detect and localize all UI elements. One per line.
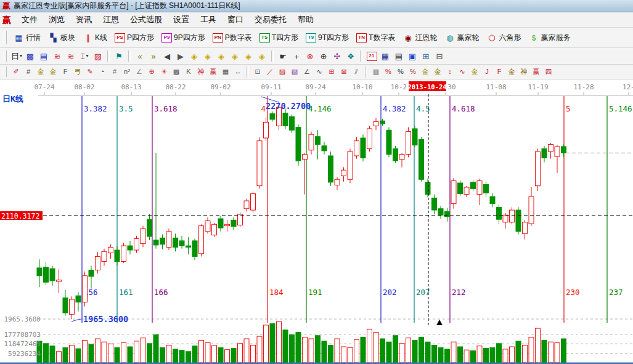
export-data-icon[interactable]: ⊞: [420, 50, 432, 62]
volume-bar[interactable]: [290, 335, 295, 363]
tick-grid-icon[interactable]: #: [23, 67, 34, 78]
percent-icon[interactable]: %: [395, 67, 406, 78]
candle[interactable]: [115, 250, 120, 262]
candle[interactable]: [329, 156, 333, 182]
candle[interactable]: [225, 224, 230, 225]
volume-bar[interactable]: [179, 350, 184, 363]
stats-bars-icon[interactable]: ▥: [370, 67, 382, 78]
volume-bar[interactable]: [393, 336, 398, 363]
web-box-icon[interactable]: ▩: [171, 67, 182, 78]
candle[interactable]: [458, 183, 463, 193]
candle[interactable]: [341, 170, 346, 176]
volume-bar[interactable]: [192, 346, 197, 363]
candle[interactable]: [303, 155, 308, 160]
volume-bar[interactable]: [277, 322, 282, 363]
grid-red-1-icon[interactable]: ⊞: [326, 67, 337, 78]
wave-3-icon[interactable]: ≋: [51, 50, 63, 62]
volume-bar[interactable]: [205, 343, 210, 363]
prev-page-icon[interactable]: ◀: [161, 50, 173, 62]
candle[interactable]: [108, 247, 113, 253]
volume-bar[interactable]: [134, 341, 139, 363]
menu-item-window[interactable]: 窗口: [222, 13, 249, 26]
volume-bar[interactable]: [173, 349, 178, 363]
volume-bar[interactable]: [399, 344, 404, 363]
candle[interactable]: [542, 148, 547, 158]
gold-grid-2-icon[interactable]: 金: [47, 67, 59, 78]
volume-bar[interactable]: [96, 339, 100, 363]
volume-bar[interactable]: [309, 339, 314, 363]
candle[interactable]: [89, 270, 94, 276]
candle[interactable]: [367, 129, 372, 148]
candle[interactable]: [536, 152, 541, 186]
candle[interactable]: [270, 114, 275, 119]
volume-bar[interactable]: [412, 341, 417, 363]
blue-notes-icon[interactable]: ▤: [38, 50, 50, 62]
volume-bar[interactable]: [503, 349, 508, 363]
candle[interactable]: [134, 238, 139, 250]
candle[interactable]: [128, 246, 133, 250]
gold-angle-icon[interactable]: 金: [506, 67, 517, 78]
fan-shade-icon[interactable]: ▧: [289, 67, 300, 78]
menu-item-trade-order[interactable]: 交易委托: [249, 13, 292, 26]
volume-bar[interactable]: [471, 351, 476, 363]
candle[interactable]: [218, 219, 223, 228]
volume-bar[interactable]: [76, 349, 81, 363]
angle-lines-icon[interactable]: ∠: [301, 67, 312, 78]
volume-bar[interactable]: [166, 345, 171, 363]
volume-bar[interactable]: [83, 341, 88, 363]
candle[interactable]: [354, 141, 359, 156]
candle[interactable]: [549, 144, 553, 152]
candle[interactable]: [238, 214, 243, 225]
toolbar-button-quotes[interactable]: ▦行情: [10, 31, 44, 45]
f-angle-icon[interactable]: F: [494, 67, 505, 78]
volume-bar[interactable]: [425, 342, 430, 363]
candle[interactable]: [412, 129, 417, 145]
candle[interactable]: [179, 241, 184, 246]
span-arrows-icon[interactable]: ↔: [232, 67, 243, 78]
candle[interactable]: [374, 121, 378, 126]
volume-bar[interactable]: [316, 336, 321, 363]
candle[interactable]: [399, 155, 404, 160]
chart-area[interactable]: 07-2408-0208-1308-2209-0209-1109-2410-10…: [0, 79, 633, 364]
candle[interactable]: [173, 238, 178, 247]
gann-diamond-right-icon[interactable]: ◈: [202, 50, 214, 62]
candle[interactable]: [348, 152, 353, 179]
menu-item-help[interactable]: 帮助: [292, 13, 319, 26]
candle[interactable]: [147, 219, 152, 237]
volume-bar[interactable]: [44, 344, 49, 363]
calendar-21-icon[interactable]: 21: [366, 50, 378, 62]
volume-bar[interactable]: [406, 338, 411, 363]
volume-bar[interactable]: [451, 342, 456, 363]
volume-bar[interactable]: [231, 349, 236, 363]
volume-bar[interactable]: [490, 347, 495, 363]
gold-grid-1-icon[interactable]: 金: [35, 67, 46, 78]
volume-bar[interactable]: [251, 345, 256, 363]
volume-bar[interactable]: [549, 342, 553, 363]
candle[interactable]: [37, 268, 42, 276]
candle[interactable]: [141, 229, 145, 243]
candle[interactable]: [503, 215, 508, 222]
k-mark-icon[interactable]: K: [183, 67, 194, 78]
candle[interactable]: [316, 137, 321, 145]
volume-bar[interactable]: [484, 349, 489, 363]
hand-drag-icon[interactable]: ☛: [277, 50, 289, 62]
n-square-icon[interactable]: n²: [121, 67, 133, 78]
candle[interactable]: [244, 201, 249, 209]
volume-bar[interactable]: [361, 337, 366, 363]
volume-bar[interactable]: [225, 350, 230, 363]
candle[interactable]: [555, 147, 560, 156]
candle[interactable]: [380, 121, 385, 124]
volume-bar[interactable]: [497, 344, 502, 363]
grid-red-2-icon[interactable]: ⊠: [338, 67, 349, 78]
volume-bar[interactable]: [264, 325, 269, 363]
candle[interactable]: [102, 251, 107, 261]
shen-angle-icon[interactable]: 神: [518, 67, 529, 78]
f-grid-icon[interactable]: F: [60, 67, 71, 78]
menu-item-gann[interactable]: 江恩: [97, 13, 125, 26]
toolbar-button-hexagon[interactable]: ⬡六角形: [483, 31, 525, 45]
candle[interactable]: [432, 198, 437, 210]
toolbar-button-gann-wheel[interactable]: ◉江恩轮: [399, 31, 441, 45]
candle[interactable]: [523, 222, 528, 234]
menu-item-formula-stock-pick[interactable]: 公式选股: [125, 13, 168, 26]
percent-line-icon[interactable]: %: [407, 67, 419, 78]
